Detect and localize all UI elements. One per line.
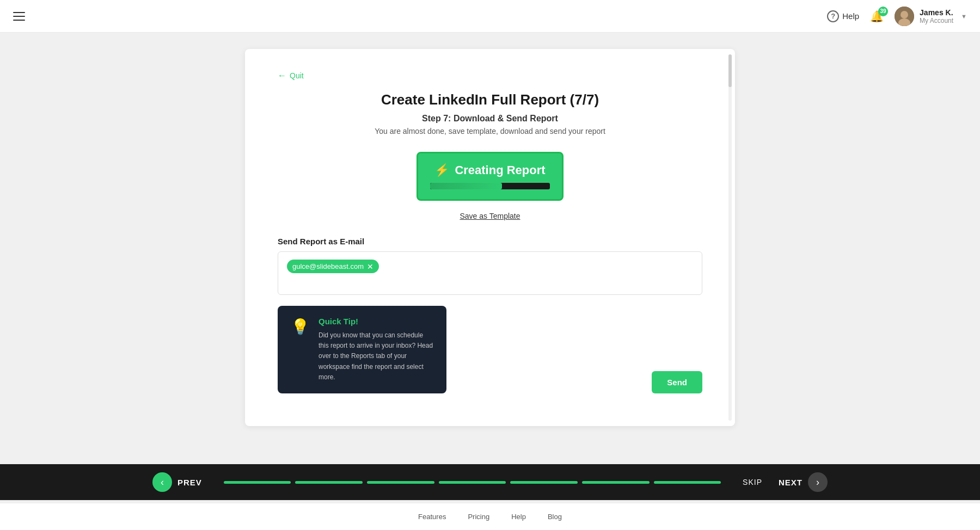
save-template-label: Save as Template — [460, 212, 520, 220]
help-circle-icon: ? — [827, 10, 839, 22]
step-bar-5 — [510, 481, 578, 484]
email-tag: gulce@slidebeast.com ✕ — [287, 260, 379, 273]
btn-top-row: ⚡ Creating Report — [434, 163, 545, 177]
email-tag-remove[interactable]: ✕ — [367, 263, 373, 270]
avatar — [895, 7, 914, 26]
next-button[interactable]: NEXT › — [779, 472, 828, 492]
tip-text: Did you know that you can schedule this … — [318, 330, 433, 383]
email-input-box[interactable]: gulce@slidebeast.com ✕ — [278, 251, 702, 295]
tip-title: Quick Tip! — [318, 317, 433, 326]
footer-pricing[interactable]: Pricing — [468, 513, 489, 521]
creating-report-label: Creating Report — [455, 163, 545, 177]
send-button[interactable]: Send — [652, 371, 702, 393]
send-report-label: Send Report as E-mail — [278, 237, 702, 246]
next-circle-icon: › — [808, 472, 828, 492]
user-account-menu[interactable]: James K. My Account ▼ — [895, 7, 967, 26]
hamburger-menu[interactable] — [13, 12, 25, 21]
main-content: ← Quit Create LinkedIn Full Report (7/7)… — [0, 0, 980, 530]
footer: Features Pricing Help Blog — [0, 503, 980, 530]
step-bar-2 — [295, 481, 363, 484]
notification-badge: 39 — [878, 7, 888, 16]
footer-help[interactable]: Help — [511, 513, 526, 521]
user-name: James K. — [920, 8, 953, 17]
bottom-navigation: ‹ PREV SKIP NEXT › — [0, 464, 980, 500]
bolt-icon: ⚡ — [434, 163, 449, 177]
step-description: You are almost done, save template, down… — [278, 127, 702, 135]
prev-circle-icon: ‹ — [152, 472, 172, 492]
bulb-icon: 💡 — [291, 318, 310, 336]
step-bar-1 — [224, 481, 291, 484]
footer-blog[interactable]: Blog — [548, 513, 562, 521]
quick-tip-box: 💡 Quick Tip! Did you know that you can s… — [278, 306, 446, 393]
quit-link[interactable]: ← Quit — [278, 71, 702, 81]
step-label: Step 7: Download & Send Report — [278, 114, 702, 124]
bottom-row: 💡 Quick Tip! Did you know that you can s… — [278, 306, 702, 393]
user-account-label: My Account — [920, 17, 953, 24]
next-label: NEXT — [779, 478, 803, 487]
quit-label: Quit — [290, 71, 304, 80]
page-title: Create LinkedIn Full Report (7/7) — [278, 91, 702, 108]
prev-button[interactable]: ‹ PREV — [152, 472, 202, 492]
nav-right: ? Help 🔔 39 James K. My Account ▼ — [827, 7, 967, 26]
help-label: Help — [842, 11, 859, 21]
notifications-button[interactable]: 🔔 39 — [870, 10, 884, 23]
svg-point-1 — [901, 11, 908, 19]
footer-features[interactable]: Features — [418, 513, 446, 521]
wizard-card: ← Quit Create LinkedIn Full Report (7/7)… — [245, 49, 735, 426]
step-bar-6 — [582, 481, 650, 484]
progress-bar-fill — [430, 183, 502, 189]
progress-steps — [224, 481, 721, 484]
tip-content: Quick Tip! Did you know that you can sch… — [318, 317, 433, 383]
prev-label: PREV — [177, 478, 202, 487]
progress-bar-container — [430, 183, 550, 189]
email-tag-value: gulce@slidebeast.com — [292, 262, 364, 270]
chevron-down-icon: ▼ — [961, 13, 967, 20]
skip-button[interactable]: SKIP — [743, 478, 762, 486]
top-navigation: ? Help 🔔 39 James K. My Account ▼ — [0, 0, 980, 33]
scrollbar-thumb — [728, 54, 732, 87]
step-bar-4 — [439, 481, 506, 484]
nav-left — [13, 12, 25, 21]
user-text: James K. My Account — [920, 8, 953, 24]
save-template-link[interactable]: Save as Template — [278, 212, 702, 220]
back-arrow-icon: ← — [278, 71, 286, 81]
step-bar-7 — [654, 481, 721, 484]
creating-report-button[interactable]: ⚡ Creating Report — [416, 152, 564, 201]
step-bar-3 — [367, 481, 434, 484]
scrollbar[interactable] — [728, 54, 732, 421]
help-button[interactable]: ? Help — [827, 10, 859, 22]
